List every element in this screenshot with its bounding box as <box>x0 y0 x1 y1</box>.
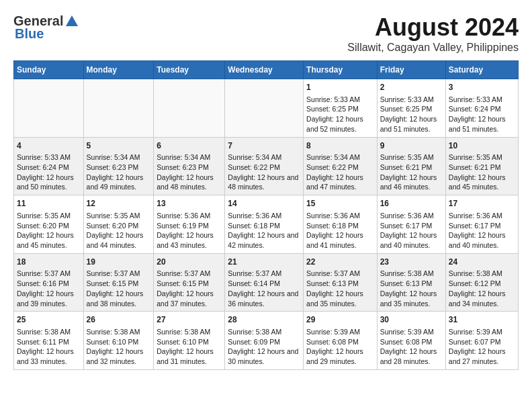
sunrise: Sunrise: 5:37 AM <box>157 269 210 277</box>
daylight: Daylight: 12 hours and 42 minutes. <box>228 231 298 249</box>
calendar-cell: 12Sunrise: 5:35 AMSunset: 6:20 PMDayligh… <box>83 195 154 254</box>
week-row-1: 1Sunrise: 5:33 AMSunset: 6:25 PMDaylight… <box>14 79 519 138</box>
sunrise: Sunrise: 5:37 AM <box>306 269 360 277</box>
logo-icon <box>64 14 79 29</box>
daylight: Daylight: 12 hours and 41 minutes. <box>306 231 363 249</box>
calendar-cell <box>83 79 154 138</box>
day-number: 16 <box>380 198 443 210</box>
day-number: 4 <box>17 140 81 152</box>
calendar-cell: 8Sunrise: 5:34 AMSunset: 6:22 PMDaylight… <box>304 137 378 195</box>
daylight: Daylight: 12 hours and 47 minutes. <box>306 173 363 191</box>
weekday-header-sunday: Sunday <box>14 61 84 79</box>
sunrise: Sunrise: 5:39 AM <box>306 328 360 336</box>
sunset: Sunset: 6:18 PM <box>306 222 359 230</box>
sunrise: Sunrise: 5:34 AM <box>157 153 210 161</box>
sunrise: Sunrise: 5:38 AM <box>157 328 210 336</box>
calendar-cell: 17Sunrise: 5:36 AMSunset: 6:17 PMDayligh… <box>445 195 518 254</box>
day-number: 7 <box>228 140 300 152</box>
calendar-cell: 26Sunrise: 5:38 AMSunset: 6:10 PMDayligh… <box>83 312 154 370</box>
daylight: Daylight: 12 hours and 45 minutes. <box>449 173 506 191</box>
sunrise: Sunrise: 5:38 AM <box>380 269 434 277</box>
day-number: 29 <box>306 314 374 326</box>
calendar-cell: 20Sunrise: 5:37 AMSunset: 6:15 PMDayligh… <box>154 253 225 312</box>
daylight: Daylight: 12 hours and 34 minutes. <box>449 289 506 308</box>
sunset: Sunset: 6:16 PM <box>17 279 69 287</box>
weekday-header-wednesday: Wednesday <box>225 61 304 79</box>
sunset: Sunset: 6:23 PM <box>87 163 139 171</box>
daylight: Daylight: 12 hours and 52 minutes. <box>306 115 363 133</box>
day-number: 14 <box>228 198 300 210</box>
calendar-cell: 29Sunrise: 5:39 AMSunset: 6:08 PMDayligh… <box>304 312 378 370</box>
daylight: Daylight: 12 hours and 28 minutes. <box>380 347 437 365</box>
day-number: 27 <box>157 314 222 326</box>
sunset: Sunset: 6:20 PM <box>87 222 139 230</box>
calendar-cell: 13Sunrise: 5:36 AMSunset: 6:19 PMDayligh… <box>154 195 225 254</box>
daylight: Daylight: 12 hours and 44 minutes. <box>87 231 144 249</box>
calendar-cell: 2Sunrise: 5:33 AMSunset: 6:25 PMDaylight… <box>377 79 445 138</box>
sunset: Sunset: 6:17 PM <box>380 222 433 230</box>
sunset: Sunset: 6:13 PM <box>380 279 433 287</box>
sunset: Sunset: 6:07 PM <box>449 338 501 346</box>
calendar-cell: 4Sunrise: 5:33 AMSunset: 6:24 PMDaylight… <box>14 137 84 195</box>
calendar-cell: 11Sunrise: 5:35 AMSunset: 6:20 PMDayligh… <box>14 195 84 254</box>
day-number: 3 <box>449 82 515 93</box>
calendar-cell <box>154 79 225 138</box>
calendar-cell <box>14 79 84 138</box>
sunset: Sunset: 6:13 PM <box>306 279 359 287</box>
sunset: Sunset: 6:15 PM <box>87 279 139 287</box>
sunrise: Sunrise: 5:33 AM <box>17 153 71 161</box>
sunset: Sunset: 6:24 PM <box>449 105 501 113</box>
sunset: Sunset: 6:09 PM <box>228 338 280 346</box>
day-number: 6 <box>157 140 222 152</box>
calendar-cell: 15Sunrise: 5:36 AMSunset: 6:18 PMDayligh… <box>304 195 378 254</box>
daylight: Daylight: 12 hours and 38 minutes. <box>87 289 144 308</box>
sunset: Sunset: 6:10 PM <box>157 338 209 346</box>
daylight: Daylight: 12 hours and 49 minutes. <box>87 173 144 191</box>
page-header: General Blue August 2024 Sillawit, Cagay… <box>13 13 519 54</box>
calendar-cell: 24Sunrise: 5:38 AMSunset: 6:12 PMDayligh… <box>445 253 518 312</box>
weekday-header-thursday: Thursday <box>304 61 378 79</box>
day-number: 26 <box>87 314 151 326</box>
week-row-3: 11Sunrise: 5:35 AMSunset: 6:20 PMDayligh… <box>14 195 519 254</box>
calendar-cell: 6Sunrise: 5:34 AMSunset: 6:23 PMDaylight… <box>154 137 225 195</box>
calendar-cell: 21Sunrise: 5:37 AMSunset: 6:14 PMDayligh… <box>225 253 304 312</box>
calendar-cell: 18Sunrise: 5:37 AMSunset: 6:16 PMDayligh… <box>14 253 84 312</box>
calendar-cell: 9Sunrise: 5:35 AMSunset: 6:21 PMDaylight… <box>377 137 445 195</box>
daylight: Daylight: 12 hours and 45 minutes. <box>17 231 74 249</box>
day-number: 1 <box>306 82 374 93</box>
sunrise: Sunrise: 5:37 AM <box>87 269 140 277</box>
weekday-header-monday: Monday <box>83 61 154 79</box>
day-number: 20 <box>157 257 222 268</box>
week-row-2: 4Sunrise: 5:33 AMSunset: 6:24 PMDaylight… <box>14 137 519 195</box>
sunrise: Sunrise: 5:35 AM <box>449 153 502 161</box>
sunrise: Sunrise: 5:36 AM <box>306 212 360 220</box>
sunset: Sunset: 6:12 PM <box>449 279 501 287</box>
sunrise: Sunrise: 5:38 AM <box>449 269 502 277</box>
daylight: Daylight: 12 hours and 39 minutes. <box>17 289 74 308</box>
logo-blue: Blue <box>15 26 44 42</box>
calendar-cell: 31Sunrise: 5:39 AMSunset: 6:07 PMDayligh… <box>445 312 518 370</box>
daylight: Daylight: 12 hours and 43 minutes. <box>157 231 214 249</box>
svg-marker-0 <box>66 15 78 26</box>
weekday-header-row: SundayMondayTuesdayWednesdayThursdayFrid… <box>14 61 519 79</box>
day-number: 13 <box>157 198 222 210</box>
calendar-cell: 3Sunrise: 5:33 AMSunset: 6:24 PMDaylight… <box>445 79 518 138</box>
sunset: Sunset: 6:25 PM <box>306 105 359 113</box>
day-number: 30 <box>380 314 443 326</box>
weekday-header-tuesday: Tuesday <box>154 61 225 79</box>
daylight: Daylight: 12 hours and 33 minutes. <box>17 347 74 365</box>
calendar-cell: 27Sunrise: 5:38 AMSunset: 6:10 PMDayligh… <box>154 312 225 370</box>
daylight: Daylight: 12 hours and 35 minutes. <box>306 289 363 308</box>
sunset: Sunset: 6:21 PM <box>449 163 501 171</box>
sunset: Sunset: 6:25 PM <box>380 105 433 113</box>
calendar-cell: 23Sunrise: 5:38 AMSunset: 6:13 PMDayligh… <box>377 253 445 312</box>
calendar-cell: 28Sunrise: 5:38 AMSunset: 6:09 PMDayligh… <box>225 312 304 370</box>
day-number: 28 <box>228 314 300 326</box>
sunrise: Sunrise: 5:38 AM <box>87 328 140 336</box>
sunrise: Sunrise: 5:33 AM <box>306 95 360 103</box>
daylight: Daylight: 12 hours and 31 minutes. <box>157 347 214 365</box>
daylight: Daylight: 12 hours and 37 minutes. <box>157 289 214 308</box>
sunset: Sunset: 6:11 PM <box>17 338 69 346</box>
main-title: August 2024 <box>347 13 519 42</box>
logo: General Blue <box>13 13 79 42</box>
